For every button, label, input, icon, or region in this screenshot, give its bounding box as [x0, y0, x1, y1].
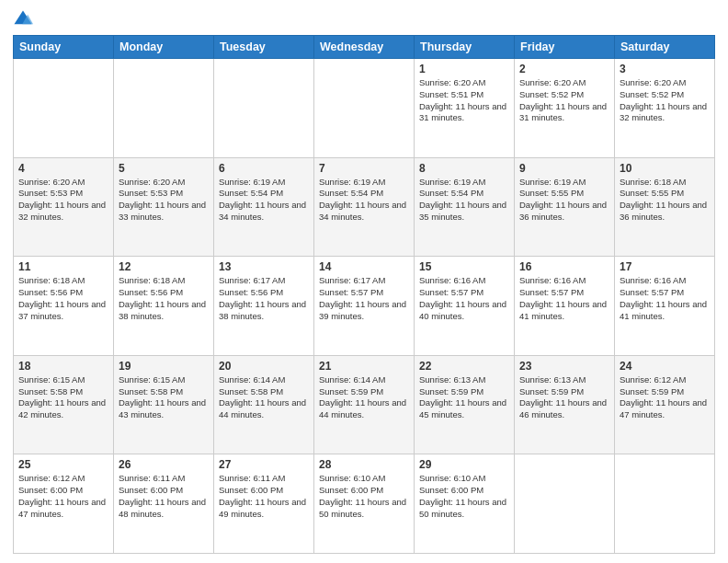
- day-number: 3: [620, 63, 710, 75]
- calendar-week-3: 11Sunrise: 6:18 AM Sunset: 5:56 PM Dayli…: [14, 257, 715, 356]
- day-number: 11: [18, 260, 108, 273]
- calendar-week-2: 4Sunrise: 6:20 AM Sunset: 5:53 PM Daylig…: [14, 157, 715, 257]
- day-info: Sunrise: 6:12 AM Sunset: 5:59 PM Dayligh…: [620, 374, 710, 421]
- day-number: 17: [620, 260, 710, 273]
- calendar-header-row: SundayMondayTuesdayWednesdayThursdayFrid…: [14, 36, 715, 59]
- day-info: Sunrise: 6:10 AM Sunset: 6:00 PM Dayligh…: [419, 473, 509, 520]
- calendar-table: SundayMondayTuesdayWednesdayThursdayFrid…: [13, 35, 715, 554]
- calendar-cell: 27Sunrise: 6:11 AM Sunset: 6:00 PM Dayli…: [214, 454, 314, 554]
- day-info: Sunrise: 6:20 AM Sunset: 5:52 PM Dayligh…: [519, 77, 609, 124]
- day-info: Sunrise: 6:10 AM Sunset: 6:00 PM Dayligh…: [319, 473, 409, 520]
- day-number: 10: [620, 162, 710, 175]
- day-number: 9: [519, 162, 609, 175]
- day-number: 6: [219, 162, 309, 175]
- day-info: Sunrise: 6:15 AM Sunset: 5:58 PM Dayligh…: [119, 374, 209, 421]
- day-number: 20: [219, 360, 309, 373]
- day-number: 13: [219, 260, 309, 273]
- calendar-cell: [615, 454, 715, 554]
- calendar-cell: 21Sunrise: 6:14 AM Sunset: 5:59 PM Dayli…: [314, 355, 415, 454]
- calendar-cell: 6Sunrise: 6:19 AM Sunset: 5:54 PM Daylig…: [214, 157, 314, 257]
- calendar-cell: [214, 59, 314, 158]
- day-info: Sunrise: 6:17 AM Sunset: 5:56 PM Dayligh…: [219, 275, 309, 322]
- day-info: Sunrise: 6:12 AM Sunset: 6:00 PM Dayligh…: [18, 473, 108, 520]
- day-info: Sunrise: 6:20 AM Sunset: 5:53 PM Dayligh…: [119, 177, 209, 224]
- day-info: Sunrise: 6:18 AM Sunset: 5:56 PM Dayligh…: [18, 275, 108, 322]
- day-info: Sunrise: 6:17 AM Sunset: 5:57 PM Dayligh…: [319, 275, 409, 322]
- calendar-cell: 3Sunrise: 6:20 AM Sunset: 5:52 PM Daylig…: [615, 59, 715, 158]
- calendar-cell: 29Sunrise: 6:10 AM Sunset: 6:00 PM Dayli…: [415, 454, 515, 554]
- day-info: Sunrise: 6:18 AM Sunset: 5:55 PM Dayligh…: [620, 177, 710, 224]
- calendar-cell: 17Sunrise: 6:16 AM Sunset: 5:57 PM Dayli…: [615, 257, 715, 356]
- calendar-cell: 13Sunrise: 6:17 AM Sunset: 5:56 PM Dayli…: [214, 257, 314, 356]
- day-info: Sunrise: 6:14 AM Sunset: 5:59 PM Dayligh…: [319, 374, 409, 421]
- day-number: 7: [319, 162, 409, 175]
- day-number: 18: [18, 360, 108, 373]
- calendar-header-thursday: Thursday: [415, 36, 515, 59]
- day-info: Sunrise: 6:14 AM Sunset: 5:58 PM Dayligh…: [219, 374, 309, 421]
- calendar-header-saturday: Saturday: [615, 36, 715, 59]
- day-info: Sunrise: 6:13 AM Sunset: 5:59 PM Dayligh…: [419, 374, 509, 421]
- calendar-cell: 23Sunrise: 6:13 AM Sunset: 5:59 PM Dayli…: [515, 355, 615, 454]
- calendar-cell: 10Sunrise: 6:18 AM Sunset: 5:55 PM Dayli…: [615, 157, 715, 257]
- day-info: Sunrise: 6:11 AM Sunset: 6:00 PM Dayligh…: [219, 473, 309, 520]
- logo-icon: [13, 9, 33, 29]
- day-number: 24: [620, 360, 710, 373]
- calendar-cell: 12Sunrise: 6:18 AM Sunset: 5:56 PM Dayli…: [114, 257, 214, 356]
- calendar-cell: 16Sunrise: 6:16 AM Sunset: 5:57 PM Dayli…: [515, 257, 615, 356]
- day-number: 8: [419, 162, 509, 175]
- day-number: 4: [18, 162, 108, 175]
- calendar-cell: 18Sunrise: 6:15 AM Sunset: 5:58 PM Dayli…: [14, 355, 114, 454]
- calendar-week-1: 1Sunrise: 6:20 AM Sunset: 5:51 PM Daylig…: [14, 59, 715, 158]
- day-number: 15: [419, 260, 509, 273]
- calendar-cell: 11Sunrise: 6:18 AM Sunset: 5:56 PM Dayli…: [14, 257, 114, 356]
- calendar-cell: 22Sunrise: 6:13 AM Sunset: 5:59 PM Dayli…: [415, 355, 515, 454]
- day-number: 19: [119, 360, 209, 373]
- calendar-cell: 24Sunrise: 6:12 AM Sunset: 5:59 PM Dayli…: [615, 355, 715, 454]
- calendar-cell: 4Sunrise: 6:20 AM Sunset: 5:53 PM Daylig…: [14, 157, 114, 257]
- calendar-cell: 7Sunrise: 6:19 AM Sunset: 5:54 PM Daylig…: [314, 157, 415, 257]
- day-number: 5: [119, 162, 209, 175]
- calendar-header-sunday: Sunday: [14, 36, 114, 59]
- day-info: Sunrise: 6:20 AM Sunset: 5:51 PM Dayligh…: [419, 77, 509, 124]
- day-number: 25: [18, 458, 108, 471]
- calendar-cell: 5Sunrise: 6:20 AM Sunset: 5:53 PM Daylig…: [114, 157, 214, 257]
- day-number: 14: [319, 260, 409, 273]
- day-number: 23: [519, 360, 609, 373]
- calendar-cell: [515, 454, 615, 554]
- calendar-cell: [114, 59, 214, 158]
- day-info: Sunrise: 6:16 AM Sunset: 5:57 PM Dayligh…: [620, 275, 710, 322]
- calendar-cell: 28Sunrise: 6:10 AM Sunset: 6:00 PM Dayli…: [314, 454, 415, 554]
- calendar-header-wednesday: Wednesday: [314, 36, 415, 59]
- calendar-cell: 20Sunrise: 6:14 AM Sunset: 5:58 PM Dayli…: [214, 355, 314, 454]
- day-info: Sunrise: 6:20 AM Sunset: 5:53 PM Dayligh…: [18, 177, 108, 224]
- calendar-cell: 1Sunrise: 6:20 AM Sunset: 5:51 PM Daylig…: [415, 59, 515, 158]
- calendar-header-tuesday: Tuesday: [214, 36, 314, 59]
- day-info: Sunrise: 6:16 AM Sunset: 5:57 PM Dayligh…: [419, 275, 509, 322]
- day-number: 12: [119, 260, 209, 273]
- calendar-week-5: 25Sunrise: 6:12 AM Sunset: 6:00 PM Dayli…: [14, 454, 715, 554]
- calendar-week-4: 18Sunrise: 6:15 AM Sunset: 5:58 PM Dayli…: [14, 355, 715, 454]
- calendar-cell: 2Sunrise: 6:20 AM Sunset: 5:52 PM Daylig…: [515, 59, 615, 158]
- day-number: 27: [219, 458, 309, 471]
- calendar-cell: 19Sunrise: 6:15 AM Sunset: 5:58 PM Dayli…: [114, 355, 214, 454]
- calendar-cell: 26Sunrise: 6:11 AM Sunset: 6:00 PM Dayli…: [114, 454, 214, 554]
- day-info: Sunrise: 6:19 AM Sunset: 5:54 PM Dayligh…: [419, 177, 509, 224]
- calendar-header-monday: Monday: [114, 36, 214, 59]
- day-number: 2: [519, 63, 609, 75]
- day-info: Sunrise: 6:20 AM Sunset: 5:52 PM Dayligh…: [620, 77, 710, 124]
- day-info: Sunrise: 6:19 AM Sunset: 5:55 PM Dayligh…: [519, 177, 609, 224]
- calendar-cell: 9Sunrise: 6:19 AM Sunset: 5:55 PM Daylig…: [515, 157, 615, 257]
- day-info: Sunrise: 6:18 AM Sunset: 5:56 PM Dayligh…: [119, 275, 209, 322]
- page: SundayMondayTuesdayWednesdayThursdayFrid…: [0, 0, 728, 563]
- calendar-cell: 25Sunrise: 6:12 AM Sunset: 6:00 PM Dayli…: [14, 454, 114, 554]
- day-number: 21: [319, 360, 409, 373]
- day-number: 28: [319, 458, 409, 471]
- calendar-cell: [14, 59, 114, 158]
- calendar-cell: 14Sunrise: 6:17 AM Sunset: 5:57 PM Dayli…: [314, 257, 415, 356]
- day-number: 22: [419, 360, 509, 373]
- day-number: 26: [119, 458, 209, 471]
- calendar-header-friday: Friday: [515, 36, 615, 59]
- day-info: Sunrise: 6:19 AM Sunset: 5:54 PM Dayligh…: [219, 177, 309, 224]
- day-number: 1: [419, 63, 509, 75]
- day-info: Sunrise: 6:11 AM Sunset: 6:00 PM Dayligh…: [119, 473, 209, 520]
